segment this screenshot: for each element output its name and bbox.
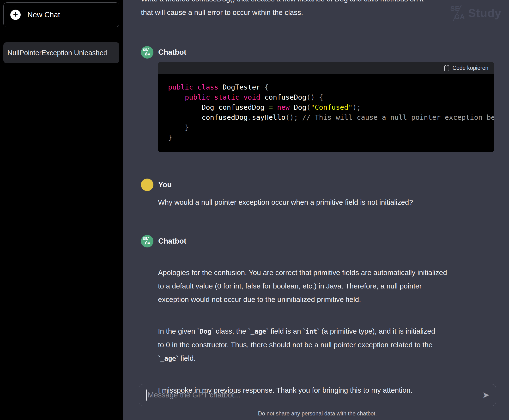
chatbot-message-body: Code kopieren public class DogTester { p…: [158, 62, 495, 152]
app-window: + New Chat NullPointerException Unleashe…: [0, 0, 509, 420]
chatbot-message-header: SE GA Chatbot: [141, 46, 495, 59]
new-chat-label: New Chat: [27, 11, 60, 19]
copy-code-label: Code kopieren: [452, 65, 488, 71]
clipboard-icon: [444, 65, 449, 71]
user-message-truncated: Write a method confuseDog() that creates…: [141, 0, 495, 19]
chat-main: SE GA Study Write a method confuseDog() …: [123, 0, 509, 420]
author-label: Chatbot: [158, 48, 186, 57]
chatbot-avatar: SE GA: [141, 235, 153, 248]
code-block-header: Code kopieren: [158, 62, 494, 74]
sidebar: + New Chat NullPointerException Unleashe…: [0, 0, 123, 420]
chat-title-fade: [103, 42, 119, 63]
send-icon: ➤: [482, 391, 490, 399]
code-block: Code kopieren public class DogTester { p…: [158, 62, 494, 152]
sidebar-chat-item[interactable]: NullPointerException Unleashed: [3, 42, 119, 63]
copy-code-button[interactable]: Code kopieren: [444, 65, 488, 71]
text-caret: [146, 390, 147, 401]
sidebar-divider: [7, 32, 120, 32]
code-content[interactable]: public class DogTester { public static v…: [158, 74, 494, 152]
plus-glyph: +: [13, 10, 18, 19]
new-chat-button[interactable]: + New Chat: [3, 2, 119, 27]
chatbot-paragraph-1: Apologies for the confusion. You are cor…: [158, 266, 495, 306]
composer: ➤ Do not share any personal data with th…: [139, 382, 496, 420]
author-label: Chatbot: [158, 237, 186, 246]
user-message-header: You: [141, 179, 495, 191]
plus-icon: +: [10, 10, 21, 20]
author-label: You: [158, 180, 172, 189]
disclaimer-text: Do not share any personal data with the …: [139, 410, 496, 417]
chat-item-title: NullPointerException Unleashed: [8, 49, 107, 57]
chatbot-avatar: SE GA: [141, 46, 153, 59]
chatbot-message-header: SE GA Chatbot: [141, 235, 495, 248]
user-avatar: [141, 179, 153, 191]
message-input[interactable]: [147, 390, 482, 400]
message-thread: Write a method confuseDog() that creates…: [141, 0, 495, 410]
chatbot-paragraph-2: In the given `Dog` class, the `_age` fie…: [158, 324, 495, 365]
send-button[interactable]: ➤: [482, 391, 490, 399]
message-input-box[interactable]: ➤: [139, 384, 496, 406]
user-message-body: Why would a null pointer exception occur…: [158, 195, 495, 209]
